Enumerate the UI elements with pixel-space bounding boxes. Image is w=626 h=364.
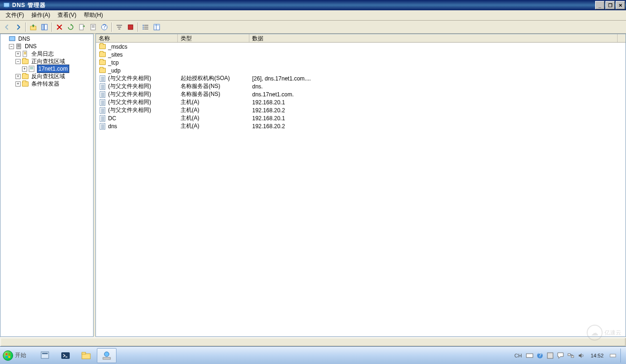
folder-icon bbox=[22, 80, 29, 87]
zone-icon bbox=[28, 65, 36, 73]
help-button[interactable]: ? bbox=[99, 22, 109, 32]
refresh-button[interactable] bbox=[66, 22, 76, 32]
svg-rect-44 bbox=[82, 354, 90, 359]
record-name: dns bbox=[108, 123, 117, 130]
list-row[interactable]: (与父文件夹相同)名称服务器(NS)dns. bbox=[96, 82, 626, 90]
up-level-button[interactable] bbox=[28, 22, 38, 32]
menu-bar: 文件(F) 操作(A) 查看(V) 帮助(H) bbox=[0, 10, 626, 21]
tree-label: 正向查找区域 bbox=[30, 58, 66, 65]
menu-help[interactable]: 帮助(H) bbox=[80, 10, 107, 20]
maximize-button[interactable]: ❐ bbox=[605, 1, 615, 9]
record-name: _tcp bbox=[108, 59, 119, 66]
record-type: 主机(A) bbox=[178, 106, 249, 114]
network-icon[interactable] bbox=[567, 352, 575, 359]
svg-rect-8 bbox=[92, 26, 95, 27]
folder-icon bbox=[22, 58, 29, 65]
tray-clock[interactable]: 14:52 bbox=[588, 353, 606, 358]
stop-button[interactable] bbox=[125, 22, 136, 32]
show-desktop[interactable] bbox=[620, 349, 626, 363]
task-powershell[interactable] bbox=[56, 348, 75, 363]
svg-text:?: ? bbox=[103, 23, 106, 30]
main-split: DNS − DNS + 全局日志 − 正向查找区域 + 17net1.com bbox=[0, 34, 626, 337]
list-row[interactable]: (与父文件夹相同)名称服务器(NS)dns.17net1.com. bbox=[96, 90, 626, 98]
expander-icon[interactable]: + bbox=[15, 51, 21, 57]
minimize-button[interactable]: _ bbox=[595, 1, 604, 9]
list-row[interactable]: _sites bbox=[96, 51, 626, 58]
record-name: _udp bbox=[108, 67, 121, 74]
volume-icon[interactable] bbox=[577, 352, 585, 359]
task-explorer[interactable] bbox=[76, 348, 96, 363]
tray-overflow-icon[interactable] bbox=[609, 352, 617, 359]
svg-rect-21 bbox=[144, 29, 148, 29]
tree-zone-17net1[interactable]: + 17net1.com bbox=[1, 65, 92, 73]
export-button[interactable] bbox=[77, 22, 87, 32]
expander-icon[interactable]: + bbox=[15, 74, 21, 79]
action-center-icon[interactable] bbox=[557, 352, 564, 359]
svg-rect-52 bbox=[568, 354, 570, 356]
task-server-manager[interactable] bbox=[35, 348, 55, 363]
expander-icon[interactable]: + bbox=[22, 66, 27, 72]
menu-file[interactable]: 文件(F) bbox=[2, 10, 28, 20]
list-row[interactable]: _msdcs bbox=[96, 43, 626, 51]
tree-global-log[interactable]: + 全局日志 bbox=[1, 50, 92, 58]
column-type[interactable]: 类型 bbox=[178, 34, 249, 42]
detail-view-button[interactable] bbox=[152, 22, 162, 32]
svg-rect-16 bbox=[143, 25, 144, 26]
ime-help-icon[interactable]: ? bbox=[536, 352, 544, 359]
expander-icon[interactable]: − bbox=[15, 59, 21, 64]
status-cell bbox=[0, 338, 626, 346]
tree-forward-zones[interactable]: − 正向查找区域 bbox=[1, 58, 92, 65]
expander-icon[interactable]: − bbox=[9, 44, 14, 49]
svg-rect-19 bbox=[144, 27, 148, 28]
tree-server[interactable]: − DNS bbox=[1, 43, 92, 50]
showhide-button[interactable] bbox=[39, 22, 50, 32]
tree-conditional-fwd[interactable]: + 条件转发器 bbox=[1, 80, 92, 87]
back-button[interactable] bbox=[2, 22, 12, 32]
svg-rect-7 bbox=[92, 25, 95, 26]
ime-keyboard-icon[interactable] bbox=[526, 352, 533, 359]
log-icon bbox=[22, 50, 29, 58]
record-type: 名称服务器(NS) bbox=[178, 82, 249, 90]
list-row[interactable]: (与父文件夹相同)主机(A)192.168.20.2 bbox=[96, 106, 626, 114]
menu-action[interactable]: 操作(A) bbox=[28, 10, 54, 20]
column-name[interactable]: 名称 bbox=[96, 34, 178, 42]
list-row[interactable]: dns主机(A)192.168.20.2 bbox=[96, 122, 626, 130]
record-name: _sites bbox=[108, 51, 123, 58]
toolbar: ? bbox=[0, 21, 626, 34]
record-data: 192.168.20.1 bbox=[249, 99, 626, 106]
ime-language[interactable]: CH bbox=[513, 352, 524, 359]
forward-button[interactable] bbox=[13, 22, 23, 32]
list-row[interactable]: (与父文件夹相同)主机(A)192.168.20.1 bbox=[96, 98, 626, 106]
svg-rect-23 bbox=[154, 24, 160, 26]
ime-option-icon[interactable] bbox=[546, 352, 554, 359]
filter-button[interactable] bbox=[114, 22, 124, 32]
record-icon bbox=[99, 99, 106, 106]
tree-label: DNS bbox=[17, 35, 31, 43]
svg-rect-13 bbox=[117, 27, 121, 28]
svg-rect-3 bbox=[42, 24, 44, 30]
close-button[interactable]: ✕ bbox=[616, 1, 625, 9]
menu-view[interactable]: 查看(V) bbox=[54, 10, 80, 20]
task-dns-manager[interactable] bbox=[97, 348, 116, 363]
list-row[interactable]: _udp bbox=[96, 66, 626, 74]
list-body[interactable]: _msdcs_sites_tcp_udp(与父文件夹相同)起始授权机构(SOA)… bbox=[96, 43, 626, 336]
list-row[interactable]: (与父文件夹相同)起始授权机构(SOA)[26], dns.17net1.com… bbox=[96, 74, 626, 82]
svg-rect-39 bbox=[6, 356, 7, 358]
record-name: (与父文件夹相同) bbox=[108, 98, 151, 106]
list-row[interactable]: _tcp bbox=[96, 58, 626, 66]
svg-rect-28 bbox=[17, 46, 20, 47]
column-data[interactable]: 数据 bbox=[249, 34, 618, 42]
tree-reverse-zones[interactable]: + 反向查找区域 bbox=[1, 73, 92, 80]
list-row[interactable]: DC主机(A)192.168.20.1 bbox=[96, 114, 626, 122]
properties-button[interactable] bbox=[88, 22, 98, 32]
record-data: 192.168.20.2 bbox=[249, 123, 626, 130]
list-view-button[interactable] bbox=[140, 22, 151, 32]
svg-point-46 bbox=[104, 352, 109, 357]
delete-button[interactable] bbox=[54, 22, 65, 32]
svg-rect-45 bbox=[82, 352, 86, 354]
expander-icon[interactable]: + bbox=[15, 81, 21, 87]
tree-root[interactable]: DNS bbox=[1, 35, 92, 43]
start-button[interactable]: 开始 bbox=[1, 348, 31, 363]
svg-rect-12 bbox=[116, 25, 122, 26]
record-type: 主机(A) bbox=[178, 122, 249, 130]
